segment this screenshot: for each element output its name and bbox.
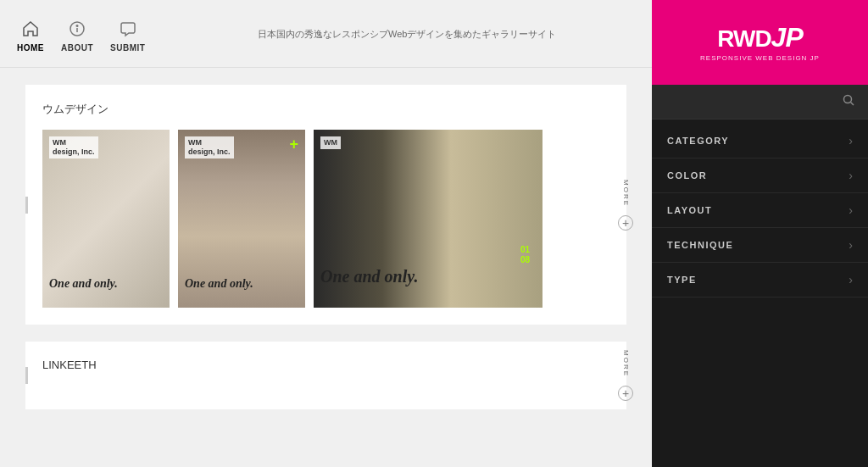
menu-arrow-type: › <box>849 273 853 286</box>
menu-item-color[interactable]: COLOR › <box>652 158 868 193</box>
menu-label-category: CATEGORY <box>667 136 729 146</box>
gallery-item-1[interactable]: WMdesign, Inc. One and only. <box>42 130 170 308</box>
wm-logo-3: WM <box>320 136 341 149</box>
menu-label-technique: TECHNIQUE <box>667 240 733 250</box>
svg-line-4 <box>851 103 854 106</box>
gallery-section-1: ウムデザイン WMdesign, Inc. One and only. WMde… <box>25 85 626 325</box>
more-label-2[interactable]: MORE <box>622 350 630 377</box>
menu-item-technique[interactable]: TECHNIQUE › <box>652 228 868 263</box>
add-button-1[interactable]: + <box>618 215 633 231</box>
brand-jp: JP <box>771 22 803 53</box>
main-area: HOME ABOUT SUBMIT <box>0 0 652 467</box>
brand-header: RWDJP RESPONSIVE WEB DESIGN JP <box>652 0 868 85</box>
menu-item-type[interactable]: TYPE › <box>652 263 868 297</box>
wm-logo-1: WMdesign, Inc. <box>49 136 98 158</box>
text-1: One and only. <box>49 277 118 291</box>
section-left-line-2 <box>25 367 28 384</box>
svg-point-2 <box>76 25 78 26</box>
nav-about-label: ABOUT <box>61 43 93 53</box>
content-area: ウムデザイン WMdesign, Inc. One and only. WMde… <box>0 68 652 467</box>
text-3: One and only. <box>320 267 418 286</box>
home-icon <box>19 17 42 41</box>
menu-item-category[interactable]: CATEGORY › <box>652 124 868 158</box>
header: HOME ABOUT SUBMIT <box>0 0 652 68</box>
search-bar <box>652 85 868 120</box>
nav-submit-label: SUBMIT <box>110 43 145 53</box>
brand-logo: RWDJP <box>700 24 820 51</box>
thumb-2: WMdesign, Inc. + One and only. <box>178 130 305 308</box>
thumb-3: WM 0108 One and only. <box>314 130 542 308</box>
menu-label-type: TYPE <box>667 275 697 285</box>
nav-home[interactable]: HOME <box>17 17 44 53</box>
nav-about[interactable]: ABOUT <box>61 17 93 53</box>
gallery-section-2: LINKEETH MORE + <box>25 342 626 409</box>
nav-home-label: HOME <box>17 43 44 53</box>
header-tagline: 日本国内の秀逸なレスポンシブWebデザインを集めたギャラリーサイト <box>179 28 635 41</box>
add-button-2[interactable]: + <box>618 386 633 401</box>
menu-label-layout: LAYOUT <box>667 205 712 215</box>
section-left-line <box>25 197 28 214</box>
nav: HOME ABOUT SUBMIT <box>17 17 145 53</box>
gallery-grid-1: WMdesign, Inc. One and only. WMdesign, I… <box>42 130 609 308</box>
about-icon <box>65 17 89 41</box>
wm-logo-2: WMdesign, Inc. <box>185 136 234 158</box>
brand-logo-wrap: RWDJP RESPONSIVE WEB DESIGN JP <box>700 24 820 62</box>
menu-arrow-category: › <box>849 134 853 147</box>
gallery-item-2[interactable]: WMdesign, Inc. + One and only. <box>178 130 305 308</box>
sidebar-menu: CATEGORY › COLOR › LAYOUT › TECHNIQUE › … <box>652 120 868 467</box>
menu-label-color: COLOR <box>667 170 707 181</box>
thumb-1: WMdesign, Inc. One and only. <box>42 130 170 308</box>
nav-submit[interactable]: SUBMIT <box>110 17 145 53</box>
plus-icon-2: + <box>289 136 298 152</box>
menu-arrow-layout: › <box>849 203 853 217</box>
section-2-title: LINKEETH <box>42 359 609 371</box>
text-2: One and only. <box>185 277 253 291</box>
menu-arrow-technique: › <box>849 238 853 252</box>
brand-subtitle: RESPONSIVE WEB DESIGN JP <box>700 54 820 62</box>
submit-icon <box>116 17 140 41</box>
menu-item-layout[interactable]: LAYOUT › <box>652 193 868 228</box>
svg-point-3 <box>844 96 852 103</box>
more-label-1[interactable]: MORE <box>622 180 630 207</box>
section-1-title: ウムデザイン <box>42 102 609 117</box>
brand-rwd: RWD <box>717 25 771 52</box>
green-num: 0108 <box>520 245 530 265</box>
search-icon[interactable] <box>842 93 855 110</box>
menu-arrow-color: › <box>849 169 853 182</box>
gallery-item-3[interactable]: WM 0108 One and only. <box>314 130 542 308</box>
right-sidebar: RWDJP RESPONSIVE WEB DESIGN JP CATEGORY … <box>652 0 868 467</box>
